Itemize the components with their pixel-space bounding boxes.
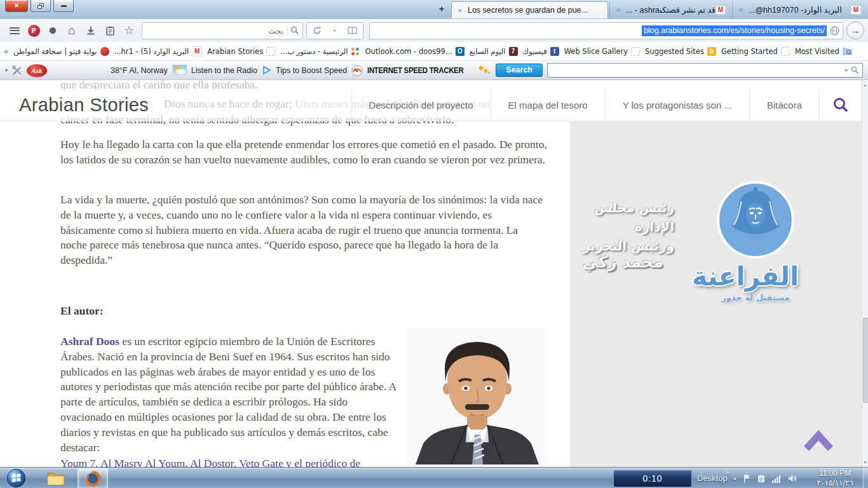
- window-close-button[interactable]: ✕: [5, 0, 28, 12]
- search-icon: [832, 97, 849, 113]
- desktop-toolbar[interactable]: Desktop: [697, 473, 728, 483]
- bookmark-suggested-sites[interactable]: Suggested Sites b: [645, 47, 716, 56]
- site-nav: Descripción del proyecto El mapa del tes…: [351, 89, 862, 121]
- bookmark-label: Getting Started: [721, 47, 778, 56]
- author-heading: El autor:: [60, 304, 547, 319]
- desktop-chevron-icon[interactable]: »: [725, 468, 729, 476]
- system-tray: ▲: [733, 468, 797, 488]
- show-hidden-icons-button[interactable]: ▲: [733, 476, 737, 480]
- placeholder-favicon: [781, 47, 790, 56]
- bookmark-arabian-stories[interactable]: Arabian Stories: [207, 47, 275, 56]
- bookmark-veto[interactable]: بوابة فيتو | صحافة المواطن: [13, 47, 109, 56]
- feedback-smiley-button[interactable]: ☻: [43, 22, 62, 39]
- bookmark-web-slice-gallery[interactable]: Web Slice Gallery: [564, 47, 640, 56]
- site-title[interactable]: Arabian Stories: [19, 95, 149, 116]
- page-scrollbar[interactable]: ▲ ▼: [862, 80, 868, 467]
- site-search-button[interactable]: [819, 89, 862, 121]
- bookmark-youm7[interactable]: اليوم السابع 7: [470, 47, 518, 56]
- start-button[interactable]: [6, 468, 26, 488]
- bookmark-gmail-inbox[interactable]: البريد الوارد hr1 - (5)... M: [114, 46, 203, 57]
- bookmarks-overflow-button[interactable]: «: [4, 46, 8, 56]
- bookmark-label: فيسبوك: [523, 47, 547, 56]
- reading-list-icon[interactable]: [348, 27, 357, 35]
- tab-close-icon[interactable]: ✕: [616, 6, 621, 13]
- placeholder-favicon: [631, 47, 640, 56]
- ask-search-input[interactable]: ▾: [547, 63, 863, 78]
- nav-item-protagonistas[interactable]: Y los protagonistas son ...: [605, 89, 749, 121]
- bookmark-most-visited[interactable]: Most Visited: [795, 47, 852, 56]
- divider: [287, 25, 288, 36]
- tab-close-icon[interactable]: ✕: [738, 6, 743, 13]
- tracker-dots-icon: [478, 65, 491, 76]
- role-line: رئيس مجلس الإدارة: [571, 198, 674, 236]
- bookmark-label: بوابة فيتو | صحافة المواطن: [13, 47, 97, 56]
- refresh-icon[interactable]: [313, 26, 322, 35]
- search-icon[interactable]: [851, 66, 859, 74]
- home-button[interactable]: ⌂: [62, 22, 81, 39]
- weather-label[interactable]: 38°F Al, Norway: [111, 66, 168, 75]
- bookmarks-bar: « بوابة فيتو | صحافة المواطن البريد الوا…: [0, 42, 868, 61]
- downloads-button[interactable]: [81, 22, 100, 39]
- author-name-link[interactable]: Ashraf Doos: [60, 335, 119, 348]
- tab-arabian-stories[interactable]: ✕ Los secretos se guardan de pue...: [451, 1, 608, 18]
- clipboard-icon: [106, 26, 114, 36]
- folder-icon: [46, 470, 66, 487]
- play-icon[interactable]: [262, 65, 271, 75]
- tab-gmail-inbox[interactable]: ✕ ...@hh197070 - البريد الوارد M: [732, 1, 867, 18]
- bookmark-facebook[interactable]: فيسبوك f: [523, 47, 559, 56]
- minimize-icon: [61, 5, 67, 7]
- desktop-screen: ✕ + ✕ Los secretos se guardan de pue... …: [0, 0, 868, 488]
- tools-icon[interactable]: [12, 65, 22, 76]
- scroll-up-button[interactable]: ▲: [862, 81, 868, 89]
- toolbar-options-caret[interactable]: ▾: [5, 67, 8, 73]
- gmail-icon: M: [851, 6, 861, 15]
- timer-window[interactable]: 0:10: [613, 470, 692, 487]
- bookmark-outlook[interactable]: Outlook.com - doos99... O: [365, 47, 464, 56]
- window-minimize-button[interactable]: [53, 0, 74, 12]
- arrow-right-icon: →: [851, 25, 860, 36]
- taskbar-clock[interactable]: 11:00 PM ٢٠١٥/١١/٢٦: [807, 469, 863, 487]
- bookmark-dostor[interactable]: الرئيسية - دستور ب...: [280, 47, 360, 56]
- page-sidebar: رئيس مجلس الإدارة ورئيس التحرير محمد زكي…: [570, 121, 862, 467]
- url-bar[interactable]: blog.arabianstories.com/es/stories/housi…: [369, 22, 843, 39]
- input-dropdown-caret[interactable]: ▾: [844, 67, 848, 74]
- show-desktop-button[interactable]: [863, 468, 868, 488]
- nav-item-bitacora[interactable]: Bitácora: [749, 89, 819, 121]
- explorer-taskbar-button[interactable]: [44, 469, 67, 487]
- scroll-down-button[interactable]: ▼: [862, 458, 868, 466]
- scroll-to-top-button[interactable]: [803, 428, 834, 455]
- tab-close-icon[interactable]: ✕: [458, 7, 463, 14]
- bookmark-star-button[interactable]: ☆: [119, 22, 139, 39]
- star-icon: ☆: [124, 24, 134, 37]
- go-button[interactable]: →: [846, 22, 864, 39]
- menu-button[interactable]: [5, 22, 24, 39]
- action-center-flag-icon[interactable]: [743, 473, 751, 484]
- logo-subtitle: مستقبل له جذور: [712, 293, 799, 302]
- tips-label[interactable]: Tips to Boost Speed: [276, 66, 347, 75]
- scrollbar-thumb[interactable]: [863, 318, 868, 403]
- tray-app-icon[interactable]: [757, 474, 766, 483]
- ask-search-button[interactable]: Search: [496, 64, 543, 77]
- author-publication-links[interactable]: Youm 7, Al Masry Al Youm, Al Dostor, Vet…: [60, 456, 398, 467]
- new-tab-button[interactable]: +: [435, 4, 449, 16]
- search-input[interactable]: [142, 24, 287, 37]
- pinterest-button[interactable]: P: [24, 22, 43, 39]
- nav-item-mapa[interactable]: El mapa del tesoro: [491, 89, 605, 121]
- tab-gmail-story[interactable]: ✕ ... - ashraf قد تم نشر قصتكم M: [609, 1, 731, 18]
- volume-icon[interactable]: [787, 474, 797, 483]
- ask-logo[interactable]: Ask: [27, 64, 47, 77]
- windows-orb-icon: [6, 468, 26, 488]
- firefox-taskbar-button[interactable]: [78, 468, 108, 488]
- network-icon[interactable]: [771, 474, 782, 483]
- search-icon[interactable]: [290, 26, 299, 35]
- bookmark-label: Arabian Stories: [207, 47, 263, 56]
- radio-label[interactable]: Listen to the Radio: [191, 66, 257, 75]
- site-identity-globe-icon[interactable]: [830, 26, 839, 36]
- speed-gauge-icon: [351, 65, 363, 76]
- bookmark-getting-started[interactable]: Getting Started: [721, 47, 790, 56]
- bookmark-label: الرئيسية - دستور ب...: [280, 47, 348, 56]
- history-dropdown-icon[interactable]: ▾: [333, 28, 336, 34]
- window-restore-button[interactable]: [31, 0, 51, 12]
- clipboard-button[interactable]: [100, 22, 119, 39]
- nav-item-descripcion[interactable]: Descripción del proyecto: [351, 89, 490, 121]
